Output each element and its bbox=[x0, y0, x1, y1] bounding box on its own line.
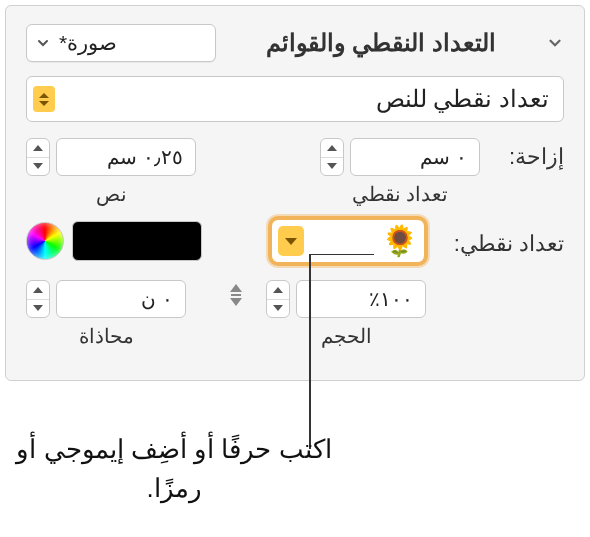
bullet-indent-input[interactable]: ٠ سم bbox=[350, 138, 480, 176]
chevron-down-icon bbox=[37, 38, 49, 48]
stepper-down-icon[interactable] bbox=[27, 158, 49, 176]
color-controls bbox=[26, 221, 202, 261]
list-style-dropdown[interactable]: صورة* bbox=[26, 24, 216, 62]
stepper-down-icon[interactable] bbox=[267, 300, 289, 318]
align-field: ٠ ن محاذاة bbox=[26, 280, 186, 348]
color-well[interactable] bbox=[72, 221, 202, 261]
color-wheel-icon[interactable] bbox=[26, 222, 64, 260]
vertical-resize-icon bbox=[224, 280, 248, 306]
stepper-up-icon[interactable] bbox=[267, 281, 289, 300]
stepper-arrows-icon bbox=[33, 86, 55, 112]
text-indent-field: ٠٫٢٥ سم نص bbox=[26, 138, 196, 206]
sunflower-icon: 🌻 bbox=[381, 226, 418, 256]
callout-text: اكتب حرفًا أو أضِف إيموجي أو رمزًا. bbox=[14, 430, 334, 508]
list-type-label: تعداد نقطي للنص bbox=[55, 85, 549, 113]
bullet-character-row: تعداد نقطي: 🌻 bbox=[26, 216, 564, 266]
section-title: التعداد النقطي والقوائم bbox=[266, 29, 496, 57]
align-input[interactable]: ٠ ن bbox=[56, 280, 186, 318]
text-indent-stepper[interactable] bbox=[26, 138, 50, 176]
disclosure-chevron-icon[interactable] bbox=[546, 34, 564, 52]
size-input[interactable]: ١٠٠٪ bbox=[296, 280, 426, 318]
bullet-indent-field: ٠ سم تعداد نقطي bbox=[320, 138, 480, 206]
text-indent-input[interactable]: ٠٫٢٥ سم bbox=[56, 138, 196, 176]
bullet-indent-stepper[interactable] bbox=[320, 138, 344, 176]
bullet-glyph-dropdown-icon[interactable] bbox=[278, 226, 304, 256]
size-align-row: ١٠٠٪ الحجم ٠ ن محاذاة bbox=[26, 280, 564, 348]
stepper-down-icon[interactable] bbox=[321, 158, 343, 176]
indent-row: إزاحة: ٠ سم تعداد نقطي ٠٫٢٥ سم نص bbox=[26, 138, 564, 206]
section-header: التعداد النقطي والقوائم صورة* bbox=[26, 24, 564, 62]
stepper-down-icon[interactable] bbox=[27, 300, 49, 318]
text-indent-caption: نص bbox=[96, 182, 127, 206]
indent-label: إزاحة: bbox=[498, 138, 564, 170]
list-style-label: صورة* bbox=[59, 31, 117, 55]
bullet-character-well[interactable]: 🌻 bbox=[268, 216, 428, 266]
align-caption: محاذاة bbox=[79, 324, 134, 348]
size-stepper[interactable] bbox=[266, 280, 290, 318]
bullet-indent-caption: تعداد نقطي bbox=[352, 182, 449, 206]
bullets-lists-panel: التعداد النقطي والقوائم صورة* تعداد نقطي… bbox=[5, 5, 585, 381]
align-stepper[interactable] bbox=[26, 280, 50, 318]
bullet-character-label: تعداد نقطي: bbox=[444, 225, 564, 257]
size-field: ١٠٠٪ الحجم bbox=[266, 280, 426, 348]
list-type-popup[interactable]: تعداد نقطي للنص bbox=[26, 76, 564, 122]
stepper-up-icon[interactable] bbox=[321, 139, 343, 158]
size-caption: الحجم bbox=[321, 324, 372, 348]
stepper-up-icon[interactable] bbox=[27, 139, 49, 158]
stepper-up-icon[interactable] bbox=[27, 281, 49, 300]
